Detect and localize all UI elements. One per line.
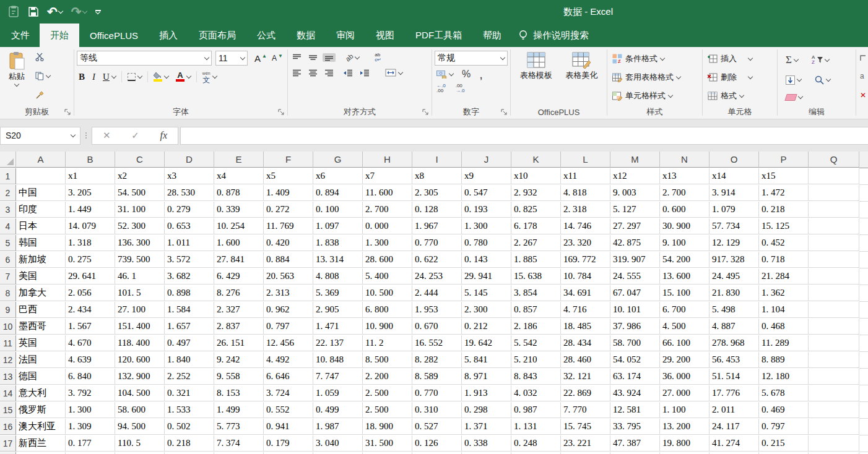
cell-E14[interactable]: 8. 153 — [214, 385, 264, 401]
cell-K9[interactable]: 0. 857 — [511, 302, 561, 318]
copy-dropdown-chevron-icon[interactable] — [46, 73, 51, 78]
cell-P6[interactable]: 0. 718 — [759, 252, 809, 268]
cell-D16[interactable]: 0. 502 — [165, 419, 214, 435]
cell-C3[interactable]: 31. 100 — [115, 202, 165, 218]
row-header-15[interactable]: 15 — [0, 402, 16, 418]
cell-M17[interactable]: 47. 387 — [610, 435, 660, 452]
fill-button[interactable] — [784, 75, 803, 85]
cell-A11[interactable]: 英国 — [16, 335, 66, 351]
cell-B6[interactable]: 0. 275 — [66, 252, 115, 268]
cell-D13[interactable]: 2. 252 — [165, 369, 214, 385]
increase-decimal-button[interactable]: ←.0.00 — [435, 83, 448, 94]
cell-H1[interactable]: x7 — [363, 168, 412, 184]
cell-C1[interactable]: x2 — [115, 168, 165, 184]
delete-cells-button[interactable]: 删除 — [708, 70, 775, 85]
cell-N10[interactable]: 4. 500 — [660, 319, 710, 335]
cell-C8[interactable]: 101. 5 — [115, 285, 165, 301]
cell-D17[interactable]: 0. 218 — [165, 435, 214, 452]
ribbon-tab-3[interactable]: 插入 — [149, 24, 188, 47]
cell-D11[interactable]: 0. 497 — [165, 335, 214, 351]
cell-B13[interactable]: 6. 840 — [66, 369, 115, 385]
cell-J10[interactable]: 0. 212 — [462, 319, 511, 335]
chevron-down-icon[interactable] — [825, 57, 830, 62]
cell-G17[interactable]: 3. 040 — [313, 435, 363, 452]
cell-K5[interactable]: 2. 267 — [511, 235, 561, 251]
font-color-button[interactable]: A — [174, 71, 193, 82]
cell-A13[interactable]: 德国 — [16, 369, 66, 385]
cell-A7[interactable]: 美国 — [16, 268, 66, 285]
cell-L4[interactable]: 14. 746 — [561, 218, 610, 234]
cell-B14[interactable]: 3. 792 — [66, 385, 115, 401]
cell-F16[interactable]: 0. 941 — [264, 419, 313, 435]
cell-F13[interactable]: 6. 646 — [264, 369, 313, 385]
row-header-2[interactable]: 2 — [0, 185, 16, 201]
cell-J1[interactable]: x9 — [462, 168, 511, 184]
cell-D4[interactable]: 0. 653 — [165, 218, 214, 234]
column-header-H[interactable]: H — [363, 152, 412, 168]
column-header-J[interactable]: J — [462, 152, 511, 168]
cell-N6[interactable]: 54. 200 — [660, 252, 710, 268]
cell-O1[interactable]: x14 — [710, 168, 759, 184]
cell-I10[interactable]: 0. 670 — [412, 319, 462, 335]
cell-L16[interactable]: 15. 745 — [561, 419, 610, 435]
cell-J8[interactable]: 5. 145 — [462, 285, 511, 301]
cell-J2[interactable]: 0. 547 — [462, 185, 511, 201]
cell-B4[interactable]: 14. 079 — [66, 218, 115, 234]
cell-A6[interactable]: 新加坡 — [16, 252, 66, 268]
cell-F6[interactable]: 0. 884 — [264, 252, 313, 268]
cell-P8[interactable]: 1. 362 — [759, 285, 809, 301]
cell-O16[interactable]: 24. 117 — [710, 419, 759, 435]
cell-Q17[interactable] — [809, 435, 859, 452]
cell-O15[interactable]: 2. 011 — [710, 402, 759, 418]
cell-P11[interactable]: 11. 289 — [759, 335, 809, 351]
decrease-font-size-button[interactable]: A▼ — [270, 53, 285, 63]
cell-K12[interactable]: 5. 210 — [511, 352, 561, 368]
cell-A14[interactable]: 意大利 — [16, 385, 66, 401]
cell-H9[interactable]: 6. 800 — [363, 302, 412, 318]
cell-G5[interactable]: 1. 838 — [313, 235, 363, 251]
cell-P12[interactable]: 8. 889 — [759, 352, 809, 368]
cell-P16[interactable]: 0. 797 — [759, 419, 809, 435]
cell-M2[interactable]: 9. 003 — [610, 185, 660, 201]
cell-E16[interactable]: 5. 773 — [214, 419, 264, 435]
clear-button[interactable] — [784, 93, 804, 101]
cell-B10[interactable]: 1. 567 — [66, 319, 115, 335]
cell-K2[interactable]: 2. 932 — [511, 185, 561, 201]
cell-J4[interactable]: 1. 300 — [462, 218, 511, 234]
cell-I6[interactable]: 0. 622 — [412, 252, 462, 268]
cell-O9[interactable]: 5. 498 — [710, 302, 759, 318]
cell-I4[interactable]: 1. 967 — [412, 218, 462, 234]
cell-A9[interactable]: 巴西 — [16, 302, 66, 318]
column-header-Q[interactable]: Q — [809, 152, 859, 168]
insert-function-button[interactable]: fx — [160, 130, 168, 141]
cell-B1[interactable]: x1 — [66, 168, 115, 184]
cell-G16[interactable]: 1. 987 — [313, 419, 363, 435]
align-left-button[interactable] — [290, 69, 303, 77]
cell-J11[interactable]: 19. 642 — [462, 335, 511, 351]
chevron-down-icon[interactable] — [398, 69, 403, 74]
cell-L10[interactable]: 18. 485 — [561, 319, 610, 335]
cell-G14[interactable]: 1. 059 — [313, 385, 363, 401]
cell-A17[interactable]: 新西兰 — [16, 435, 66, 452]
cell-O7[interactable]: 24. 495 — [710, 268, 759, 285]
insert-cells-button[interactable]: 插入 — [708, 51, 775, 66]
cell-Q12[interactable] — [809, 352, 859, 368]
cell-Q2[interactable] — [809, 185, 859, 201]
chevron-down-icon[interactable] — [739, 93, 744, 98]
tell-me-search[interactable]: 操作说明搜索 — [512, 24, 595, 47]
cell-K6[interactable]: 1. 885 — [511, 252, 561, 268]
cell-L6[interactable]: 169. 772 — [561, 252, 610, 268]
decrease-indent-button[interactable] — [341, 69, 355, 77]
ribbon-tab-8[interactable]: 视图 — [365, 24, 405, 47]
undo-dropdown-chevron-icon[interactable] — [58, 8, 63, 13]
ribbon-tab-4[interactable]: 页面布局 — [188, 24, 246, 47]
cell-I8[interactable]: 2. 444 — [412, 285, 462, 301]
cell-Q7[interactable] — [809, 268, 859, 285]
cell-D9[interactable]: 1. 584 — [165, 302, 214, 318]
font-name-combobox[interactable]: 等线 — [77, 51, 212, 66]
column-header-A[interactable]: A — [16, 152, 66, 168]
cell-F12[interactable]: 4. 492 — [264, 352, 313, 368]
row-header-9[interactable]: 9 — [0, 302, 16, 318]
cell-J13[interactable]: 8. 971 — [462, 369, 511, 385]
cell-N5[interactable]: 9. 100 — [660, 235, 710, 251]
